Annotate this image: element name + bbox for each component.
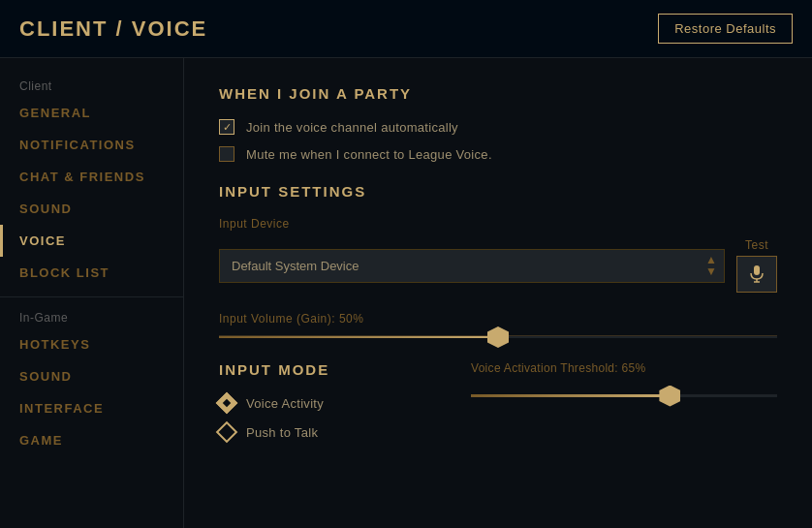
sidebar: Client GENERAL NOTIFICATIONS CHAT & FRIE… (0, 58, 184, 528)
mic-icon (749, 265, 765, 283)
threshold-slider-track[interactable] (471, 394, 777, 397)
sidebar-ingame-section: In-Game (0, 305, 183, 328)
threshold-label: Voice Activation Threshold: 65% (471, 361, 777, 375)
sidebar-item-voice[interactable]: VOICE (0, 225, 183, 257)
input-mode-title: INPUT MODE (219, 361, 432, 378)
sidebar-item-chat-friends[interactable]: CHAT & FRIENDS (0, 161, 183, 193)
checkbox-mute[interactable] (219, 146, 234, 162)
threshold-slider-fill (471, 394, 670, 397)
device-label: Input Device (219, 217, 777, 231)
checkbox-row-mute: Mute me when I connect to League Voice. (219, 146, 777, 162)
sidebar-item-sound-ingame[interactable]: SOUND (0, 360, 183, 392)
sidebar-client-section: Client (0, 74, 183, 97)
title-prefix: CLIENT / (19, 16, 132, 41)
sidebar-item-block-list[interactable]: BLOCK LIST (0, 257, 183, 289)
sidebar-divider (0, 296, 183, 297)
input-mode-right: Voice Activation Threshold: 65% (471, 361, 777, 453)
radio-voice-activity[interactable]: Voice Activity (219, 395, 432, 411)
input-mode-section: INPUT MODE Voice Activity Push to Talk V… (219, 361, 777, 453)
svg-rect-0 (754, 265, 760, 275)
sidebar-item-hotkeys[interactable]: HOTKEYS (0, 328, 183, 360)
sidebar-item-sound[interactable]: SOUND (0, 193, 183, 225)
radio-push-to-talk-label: Push to Talk (246, 425, 318, 440)
party-section-title: WHEN I JOIN A PARTY (219, 85, 777, 102)
input-device-select[interactable]: Default System Device (219, 249, 725, 283)
input-settings-section: INPUT SETTINGS Input Device Default Syst… (219, 183, 777, 338)
threshold-slider-thumb[interactable] (659, 386, 680, 407)
checkbox-auto-join-label: Join the voice channel automatically (246, 120, 458, 135)
test-label: Test (745, 238, 768, 252)
test-section: Test (736, 238, 777, 293)
checkbox-auto-join[interactable] (219, 119, 234, 135)
test-mic-button[interactable] (736, 256, 777, 293)
sidebar-item-notifications[interactable]: NOTIFICATIONS (0, 129, 183, 161)
checkbox-row-auto-join: Join the voice channel automatically (219, 119, 777, 135)
radio-voice-activity-icon (216, 392, 238, 415)
volume-slider-thumb[interactable] (487, 326, 509, 348)
volume-slider-track[interactable] (219, 335, 777, 338)
sidebar-item-game[interactable]: GAME (0, 424, 183, 456)
input-settings-title: INPUT SETTINGS (219, 183, 777, 200)
device-select-wrapper: Default System Device ▲ ▼ (219, 249, 725, 283)
content-area: WHEN I JOIN A PARTY Join the voice chann… (184, 58, 812, 528)
header: CLIENT / VOICE Restore Defaults (0, 0, 812, 58)
restore-defaults-button[interactable]: Restore Defaults (658, 14, 793, 44)
main-layout: Client GENERAL NOTIFICATIONS CHAT & FRIE… (0, 58, 812, 528)
checkbox-mute-label: Mute me when I connect to League Voice. (246, 147, 492, 162)
sidebar-item-general[interactable]: GENERAL (0, 97, 183, 129)
sidebar-item-interface[interactable]: INTERFACE (0, 392, 183, 424)
radio-push-to-talk[interactable]: Push to Talk (219, 424, 432, 440)
page-title: CLIENT / VOICE (19, 16, 207, 42)
input-mode-left: INPUT MODE Voice Activity Push to Talk (219, 361, 432, 453)
volume-label: Input Volume (Gain): 50% (219, 312, 777, 326)
volume-section: Input Volume (Gain): 50% (219, 312, 777, 338)
radio-voice-activity-label: Voice Activity (246, 396, 324, 411)
radio-push-to-talk-icon (216, 421, 238, 444)
title-voice: VOICE (132, 16, 207, 41)
device-row: Default System Device ▲ ▼ Test (219, 238, 777, 293)
volume-slider-fill (219, 336, 498, 338)
